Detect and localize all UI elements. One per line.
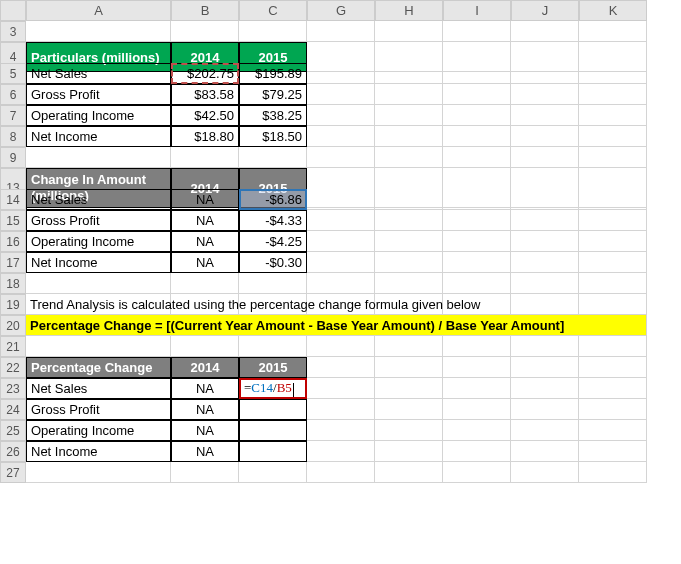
cell-K26[interactable] bbox=[579, 441, 647, 462]
row-header-26[interactable]: 26 bbox=[0, 441, 26, 462]
cell-J15[interactable] bbox=[511, 210, 579, 231]
cell-I23[interactable] bbox=[443, 378, 511, 399]
cell-K22[interactable] bbox=[579, 357, 647, 378]
cell-B15[interactable]: NA bbox=[171, 210, 239, 231]
row-header-3[interactable]: 3 bbox=[0, 21, 26, 42]
cell-I16[interactable] bbox=[443, 231, 511, 252]
cell-K16[interactable] bbox=[579, 231, 647, 252]
cell-B14[interactable]: NA bbox=[171, 189, 239, 210]
cell-H16[interactable] bbox=[375, 231, 443, 252]
cell-I25[interactable] bbox=[443, 420, 511, 441]
cell-G5[interactable] bbox=[307, 63, 375, 84]
cell-A5[interactable]: Net Sales bbox=[26, 63, 171, 84]
cell-C27[interactable] bbox=[239, 462, 307, 483]
cell-A25[interactable]: Operating Income bbox=[26, 420, 171, 441]
cell-I21[interactable] bbox=[443, 336, 511, 357]
cell-C7[interactable]: $38.25 bbox=[239, 105, 307, 126]
cell-A24[interactable]: Gross Profit bbox=[26, 399, 171, 420]
cell-J14[interactable] bbox=[511, 189, 579, 210]
cell-I14[interactable] bbox=[443, 189, 511, 210]
cell-C15[interactable]: -$4.33 bbox=[239, 210, 307, 231]
cell-K5[interactable] bbox=[579, 63, 647, 84]
cell-K7[interactable] bbox=[579, 105, 647, 126]
cell-H9[interactable] bbox=[375, 147, 443, 168]
corner-cell[interactable] bbox=[0, 0, 26, 21]
cell-G8[interactable] bbox=[307, 126, 375, 147]
row-header-21[interactable]: 21 bbox=[0, 336, 26, 357]
cell-J21[interactable] bbox=[511, 336, 579, 357]
cell-K3[interactable] bbox=[579, 21, 647, 42]
cell-B7[interactable]: $42.50 bbox=[171, 105, 239, 126]
cell-G9[interactable] bbox=[307, 147, 375, 168]
col-header-K[interactable]: K bbox=[579, 0, 647, 21]
cell-G23[interactable] bbox=[307, 378, 375, 399]
cell-J22[interactable] bbox=[511, 357, 579, 378]
cell-G27[interactable] bbox=[307, 462, 375, 483]
cell-J19[interactable] bbox=[511, 294, 579, 315]
cell-I17[interactable] bbox=[443, 252, 511, 273]
cell-I5[interactable] bbox=[443, 63, 511, 84]
row-header-9[interactable]: 9 bbox=[0, 147, 26, 168]
cell-I15[interactable] bbox=[443, 210, 511, 231]
cell-B25[interactable]: NA bbox=[171, 420, 239, 441]
cell-I18[interactable] bbox=[443, 273, 511, 294]
cell-H22[interactable] bbox=[375, 357, 443, 378]
cell-C6[interactable]: $79.25 bbox=[239, 84, 307, 105]
cell-H3[interactable] bbox=[375, 21, 443, 42]
cell-G18[interactable] bbox=[307, 273, 375, 294]
cell-J26[interactable] bbox=[511, 441, 579, 462]
cell-A15[interactable]: Gross Profit bbox=[26, 210, 171, 231]
cell-A16[interactable]: Operating Income bbox=[26, 231, 171, 252]
col-header-B[interactable]: B bbox=[171, 0, 239, 21]
cell-J25[interactable] bbox=[511, 420, 579, 441]
cell-J9[interactable] bbox=[511, 147, 579, 168]
row-header-16[interactable]: 16 bbox=[0, 231, 26, 252]
cell-C18[interactable] bbox=[239, 273, 307, 294]
cell-B18[interactable] bbox=[171, 273, 239, 294]
cell-K25[interactable] bbox=[579, 420, 647, 441]
cell-I7[interactable] bbox=[443, 105, 511, 126]
cell-C23-editing[interactable]: =C14/B5 bbox=[239, 378, 307, 399]
cell-C21[interactable] bbox=[239, 336, 307, 357]
cell-A18[interactable] bbox=[26, 273, 171, 294]
row-header-7[interactable]: 7 bbox=[0, 105, 26, 126]
cell-G25[interactable] bbox=[307, 420, 375, 441]
cell-K23[interactable] bbox=[579, 378, 647, 399]
cell-H27[interactable] bbox=[375, 462, 443, 483]
cell-C17[interactable]: -$0.30 bbox=[239, 252, 307, 273]
cell-G26[interactable] bbox=[307, 441, 375, 462]
cell-G14[interactable] bbox=[307, 189, 375, 210]
cell-A8[interactable]: Net Income bbox=[26, 126, 171, 147]
cell-B24[interactable]: NA bbox=[171, 399, 239, 420]
cell-J8[interactable] bbox=[511, 126, 579, 147]
cell-A19-note[interactable]: Trend Analysis is calculated using the p… bbox=[26, 294, 171, 315]
cell-J16[interactable] bbox=[511, 231, 579, 252]
cell-A17[interactable]: Net Income bbox=[26, 252, 171, 273]
cell-J24[interactable] bbox=[511, 399, 579, 420]
cell-B23[interactable]: NA bbox=[171, 378, 239, 399]
cell-G16[interactable] bbox=[307, 231, 375, 252]
cell-H24[interactable] bbox=[375, 399, 443, 420]
cell-H6[interactable] bbox=[375, 84, 443, 105]
row-header-22[interactable]: 22 bbox=[0, 357, 26, 378]
cell-K6[interactable] bbox=[579, 84, 647, 105]
cell-G6[interactable] bbox=[307, 84, 375, 105]
cell-A14[interactable]: Net Sales bbox=[26, 189, 171, 210]
cell-K24[interactable] bbox=[579, 399, 647, 420]
cell-H8[interactable] bbox=[375, 126, 443, 147]
cell-B17[interactable]: NA bbox=[171, 252, 239, 273]
cell-B27[interactable] bbox=[171, 462, 239, 483]
row-header-24[interactable]: 24 bbox=[0, 399, 26, 420]
cell-I6[interactable] bbox=[443, 84, 511, 105]
cell-B5-referenced[interactable]: $202.75 bbox=[171, 63, 239, 84]
cell-A7[interactable]: Operating Income bbox=[26, 105, 171, 126]
row-header-8[interactable]: 8 bbox=[0, 126, 26, 147]
col-header-C[interactable]: C bbox=[239, 0, 307, 21]
cell-K15[interactable] bbox=[579, 210, 647, 231]
cell-C26[interactable] bbox=[239, 441, 307, 462]
cell-I9[interactable] bbox=[443, 147, 511, 168]
cell-A26[interactable]: Net Income bbox=[26, 441, 171, 462]
cell-A23[interactable]: Net Sales bbox=[26, 378, 171, 399]
cell-K19[interactable] bbox=[579, 294, 647, 315]
row-header-17[interactable]: 17 bbox=[0, 252, 26, 273]
